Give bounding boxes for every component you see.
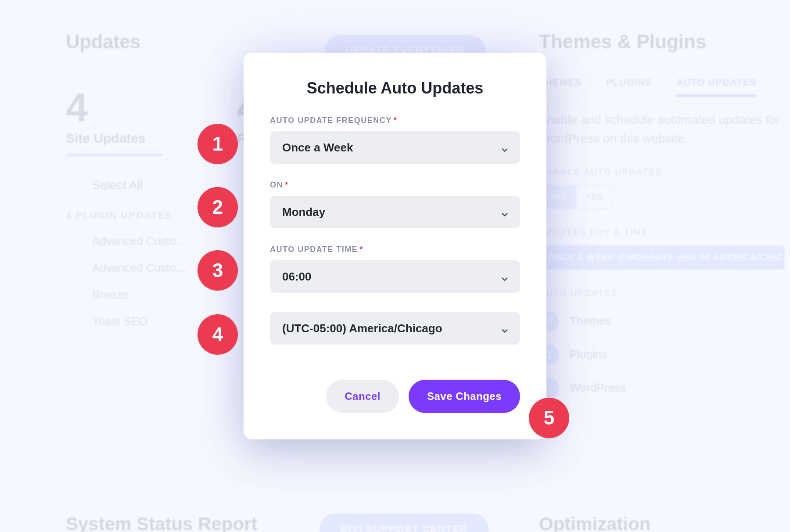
frequency-label: AUTO UPDATE FREQUENCY* xyxy=(270,116,520,125)
step-badge-2: 2 xyxy=(198,187,238,227)
time-field: AUTO UPDATE TIME* 06:00 xyxy=(270,245,520,293)
on-day-field: ON* Monday xyxy=(270,180,520,228)
on-day-select[interactable]: Monday xyxy=(270,196,520,228)
modal-title: Schedule Auto Updates xyxy=(270,79,520,97)
modal-actions: Cancel Save Changes xyxy=(270,380,520,413)
schedule-auto-updates-modal: Schedule Auto Updates AUTO UPDATE FREQUE… xyxy=(244,53,546,439)
time-label: AUTO UPDATE TIME* xyxy=(270,245,520,254)
frequency-select[interactable]: Once a Week xyxy=(270,131,520,164)
step-badge-1: 1 xyxy=(198,124,238,164)
timezone-value: (UTC-05:00) America/Chicago xyxy=(282,322,442,335)
step-badge-3: 3 xyxy=(198,250,238,291)
timezone-select[interactable]: (UTC-05:00) America/Chicago xyxy=(270,312,520,345)
modal-overlay: Schedule Auto Updates AUTO UPDATE FREQUE… xyxy=(0,0,790,532)
on-day-label: ON* xyxy=(270,180,520,190)
time-select[interactable]: 06:00 xyxy=(270,260,520,293)
step-badge-4: 4 xyxy=(198,314,238,355)
time-value: 06:00 xyxy=(282,270,312,284)
chevron-down-icon xyxy=(501,208,509,216)
chevron-down-icon xyxy=(501,144,509,151)
frequency-value: Once a Week xyxy=(282,141,353,155)
chevron-down-icon xyxy=(501,324,509,332)
cancel-button[interactable]: Cancel xyxy=(326,380,399,413)
chevron-down-icon xyxy=(501,273,509,280)
on-day-value: Monday xyxy=(282,205,325,219)
step-badge-5: 5 xyxy=(529,398,569,438)
frequency-field: AUTO UPDATE FREQUENCY* Once a Week xyxy=(270,116,520,164)
save-changes-button[interactable]: Save Changes xyxy=(409,380,520,413)
